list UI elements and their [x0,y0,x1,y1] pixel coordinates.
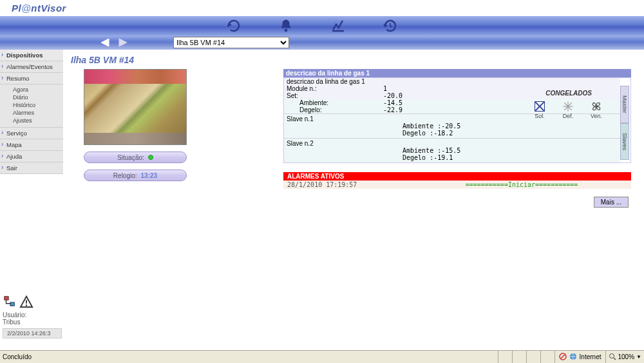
alarm-message: ===========Iniciar=========== [416,181,627,188]
amb-label: Ambiente: [287,99,383,106]
status-cell [540,351,554,364]
browser-statusbar: Concluído Internet 100% ▼ [0,350,644,363]
slave-1-amb: Ambiente :-20.5 [402,123,618,130]
sidebar-sub-historico[interactable]: Histórico [13,101,61,109]
logo-pre: Pl [12,3,21,14]
sidebar-item-alarmes[interactable]: Alarmes/Eventos [0,61,63,73]
set-label: Set: [287,92,383,99]
user-panel: Usuário: Tribus 2/2/2010 14:26:3 [3,295,62,338]
clock-value: 13:23 [141,172,158,179]
status-text: Concluído [0,353,498,360]
blocked-icon [559,353,567,362]
clock-pill: Relogio: 13:23 [84,170,187,181]
slave-1-deg: Degelo :-18.2 [402,130,618,137]
sidebar-item-resumo[interactable]: Resumo [0,73,63,84]
congelados-label: CONGELADOS [545,90,592,97]
action-icons: Sol. Def. Ven. [530,100,606,119]
set-value: -20.0 [383,92,460,99]
slave-2-deg: Degelo :-19.1 [402,154,618,161]
prev-arrow-icon[interactable] [100,38,113,47]
sidebar-sub-diario[interactable]: Diário [13,93,61,101]
panel-header: descricao da linha de gas 1 [283,69,631,77]
status-dot-icon [148,155,153,160]
sidebar-item-ajuda[interactable]: Ajuda [0,151,63,162]
device-summary-col: Situação: Relogio: 13:23 [84,69,187,181]
device-image [84,69,187,145]
situation-label: Situação: [117,154,144,161]
sidebar-item-servico[interactable]: Serviço [0,128,63,139]
desc-line: descricao da linha de gas 1 [287,78,383,85]
data-panel: descricao da linha de gas 1 CONGELADOS S… [283,69,631,163]
device-select[interactable]: Ilha 5B VM #14 [173,37,289,48]
zoom-control[interactable]: 100% ▼ [605,351,645,364]
security-zone[interactable]: Internet [554,351,605,364]
page-title: Ilha 5B VM #14 [71,55,636,65]
main-toolbar [0,16,644,35]
alarm-date: 28/1/2010 17:19:57 [287,181,416,188]
main-content: Ilha 5B VM #14 Situação: Relogio: 13:23 … [64,50,643,349]
logo-at: @ [21,3,31,14]
sidebar-item-dispositivos[interactable]: Dispositivos [0,50,63,61]
svg-point-14 [609,353,614,358]
svg-line-15 [614,358,616,360]
slave-2-amb: Ambiente :-15.5 [402,147,618,154]
alarm-header: ALARMES ATIVOS [283,172,631,181]
sidebar-item-sair[interactable]: Sair [0,162,63,174]
tab-slaves[interactable]: Slaves [620,123,629,160]
next-arrow-icon[interactable] [115,38,128,47]
svg-rect-1 [5,297,8,300]
svg-rect-2 [10,302,14,306]
deg-value: -22.9 [383,106,460,113]
globe-icon [569,353,577,362]
sidebar-sub-alarmes[interactable]: Alarmes [13,109,61,117]
sol-icon[interactable]: Sol. [530,100,549,119]
ven-icon[interactable]: Ven. [587,100,606,119]
more-button[interactable]: Mais ... [594,197,629,208]
nav-row: Ilha 5B VM #14 [0,35,644,50]
module-value: 1 [383,85,460,92]
deg-label: Degelo: [287,106,383,113]
sidebar-sub-agora[interactable]: Agora [13,86,61,93]
clock-label: Relogio: [113,172,137,179]
slave-2-block: Slave n.2 Ambiente :-15.5 Degelo :-19.1 [284,138,620,162]
zone-label: Internet [580,353,601,360]
sidebar-sub-ajustes[interactable]: Ajustes [13,117,61,124]
situation-pill: Situação: [84,152,187,163]
chart-icon[interactable] [330,17,346,34]
tab-master[interactable]: Master [620,86,629,123]
chevron-down-icon[interactable]: ▼ [636,354,641,360]
warning-icon [19,295,33,310]
svg-point-4 [26,304,27,306]
zoom-icon [609,353,616,362]
app-logo: Pl@ntVisor [0,3,66,14]
status-cell [498,351,512,364]
sidebar: Dispositivos Alarmes/Eventos Resumo Agor… [0,50,63,174]
history-icon[interactable] [382,17,399,34]
module-label: Module n.: [287,85,383,92]
logo-post: ntVisor [31,3,66,14]
bell-icon[interactable] [278,17,294,34]
slave-2-title: Slave n.2 [287,140,618,147]
alarm-panel: ALARMES ATIVOS 28/1/2010 17:19:57 ======… [283,172,631,189]
refresh-icon[interactable] [225,17,242,34]
svg-point-0 [285,29,287,32]
sidebar-subitems: Agora Diário Histórico Alarmes Ajustes [0,84,63,128]
user-name: Tribus [3,319,62,326]
status-cell [512,351,526,364]
sidebar-item-mapa[interactable]: Mapa [0,139,63,151]
svg-line-12 [561,355,565,358]
def-icon[interactable]: Def. [558,100,578,119]
network-icon [3,295,17,310]
user-timestamp: 2/2/2010 14:26:3 [3,328,62,338]
status-cell [526,351,540,364]
user-label: Usuário: [3,311,62,319]
amb-value: -14.5 [383,99,460,106]
zoom-value: 100% [618,353,635,360]
